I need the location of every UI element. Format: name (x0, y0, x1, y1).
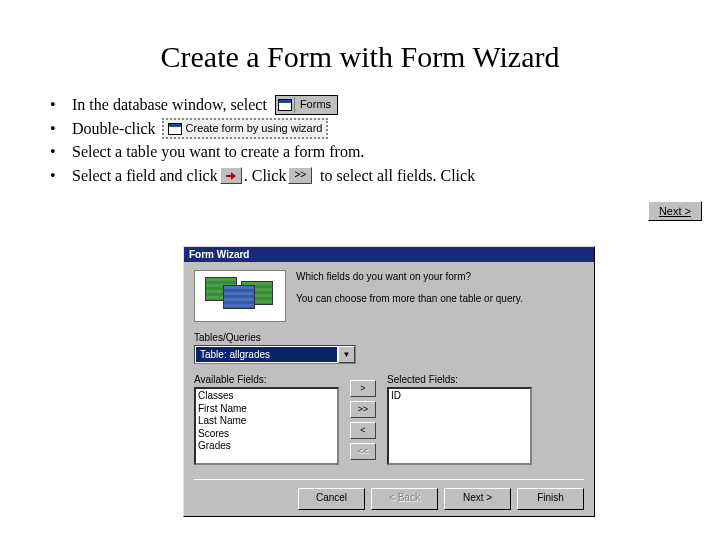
forms-tab-button[interactable]: Forms (275, 95, 338, 115)
available-fields-label: Available Fields: (194, 374, 339, 385)
bullet-marker: • (50, 141, 72, 163)
bullet-marker: • (50, 118, 72, 140)
back-button[interactable]: < Back (371, 488, 438, 510)
wizard-question: Which fields do you want on your form? (296, 270, 523, 284)
chevron-down-icon[interactable]: ▼ (338, 346, 355, 363)
slide-title: Create a Form with Form Wizard (50, 40, 670, 74)
tables-queries-label: Tables/Queries (194, 332, 584, 343)
list-item[interactable]: Grades (198, 440, 335, 453)
form-wizard-dialog: Form Wizard Which fields do you want on … (183, 246, 595, 517)
forms-tab-label: Forms (300, 97, 331, 112)
available-fields-listbox[interactable]: ClassesFirst NameLast NameScoresGrades (194, 387, 339, 465)
bullet-text: Double-click (72, 118, 156, 140)
bullet-text: Select a table you want to create a form… (72, 141, 364, 163)
add-one-button[interactable]: > (350, 380, 376, 397)
add-one-icon-button[interactable] (220, 167, 242, 184)
list-item[interactable]: Classes (198, 390, 335, 403)
bullet-marker: • (50, 165, 72, 187)
finish-button[interactable]: Finish (517, 488, 584, 510)
wizard-illustration (194, 270, 286, 322)
remove-all-button[interactable]: << (350, 443, 376, 460)
cancel-button[interactable]: Cancel (298, 488, 365, 510)
next-button[interactable]: Next > (444, 488, 511, 510)
dialog-titlebar: Form Wizard (184, 247, 594, 262)
arrow-right-icon (224, 170, 238, 182)
bullet-text: Select a field and click (72, 165, 218, 187)
list-item[interactable]: First Name (198, 403, 335, 416)
wizard-icon (168, 123, 182, 135)
list-item[interactable]: Scores (198, 428, 335, 441)
list-item[interactable]: Last Name (198, 415, 335, 428)
next-button[interactable]: Next > (648, 201, 702, 221)
add-all-button[interactable]: >> (288, 167, 312, 184)
combo-value: Table: allgrades (196, 347, 337, 362)
tables-queries-combo[interactable]: Table: allgrades ▼ (194, 345, 356, 364)
selected-fields-listbox[interactable]: ID (387, 387, 532, 465)
bullet-marker: • (50, 94, 72, 116)
remove-one-button[interactable]: < (350, 422, 376, 439)
list-item[interactable]: ID (391, 390, 528, 403)
bullet-list: • In the database window, select Forms •… (50, 94, 670, 186)
form-icon (276, 97, 295, 113)
bullet-text: In the database window, select (72, 94, 267, 116)
selected-fields-label: Selected Fields: (387, 374, 532, 385)
bullet-text: . Click (244, 165, 287, 187)
bullet-text: to select all fields. Click (320, 165, 475, 187)
add-all-button[interactable]: >> (350, 401, 376, 418)
create-form-wizard-link[interactable]: Create form by using wizard (162, 118, 329, 139)
wizard-hint: You can choose from more than one table … (296, 292, 523, 306)
